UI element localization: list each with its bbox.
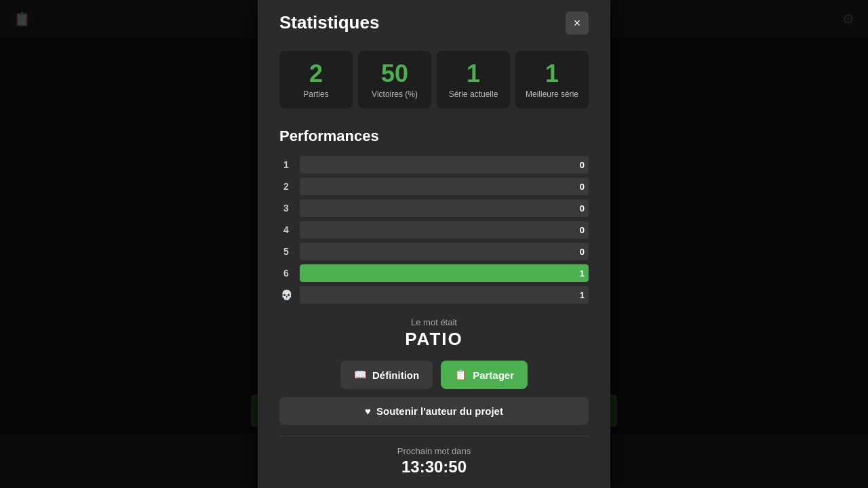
heart-icon: ♥ — [365, 405, 371, 417]
definition-label: Définition — [372, 369, 419, 381]
perf-row-1: 1 0 — [279, 156, 589, 174]
stat-box-victoires: 50 Victoires (%) — [358, 51, 431, 109]
stat-value-victoires: 50 — [365, 60, 425, 87]
perf-count-1: 0 — [580, 160, 585, 170]
skull-icon: 💀 — [279, 289, 293, 300]
perf-count-6: 1 — [580, 268, 585, 279]
stat-value-meilleure-serie: 1 — [522, 60, 582, 87]
perf-row-5: 5 0 — [279, 243, 589, 260]
perf-bar-fill-6 — [300, 264, 589, 282]
perf-label-2: 2 — [279, 181, 293, 192]
share-button[interactable]: 📋 Partager — [441, 361, 528, 389]
performances-title: Performances — [279, 127, 589, 145]
stat-value-serie-actuelle: 1 — [443, 60, 503, 87]
perf-label-6: 6 — [279, 268, 293, 279]
perf-label-1: 1 — [279, 159, 293, 170]
next-word-timer: 13:30:50 — [279, 458, 589, 476]
word-subtitle: Le mot était — [279, 317, 589, 327]
perf-label-5: 5 — [279, 246, 293, 257]
stats-row: 2 Parties 50 Victoires (%) 1 Série actue… — [279, 51, 589, 109]
perf-bar-skull: 1 — [300, 286, 589, 304]
perf-bar-2: 0 — [300, 178, 589, 195]
perf-bar-fill-skull — [300, 286, 444, 304]
modal-header: Statistiques × — [279, 12, 589, 35]
statistics-modal: Statistiques × 2 Parties 50 Victoires (%… — [258, 0, 610, 488]
perf-row-6: 6 1 — [279, 264, 589, 282]
stat-label-victoires: Victoires (%) — [365, 89, 425, 99]
perf-bar-3: 0 — [300, 199, 589, 217]
stat-box-meilleure-serie: 1 Meilleure série — [515, 51, 589, 109]
stat-label-parties: Parties — [286, 89, 346, 99]
word-value: PATIO — [279, 329, 589, 350]
perf-count-skull: 1 — [580, 290, 585, 300]
action-buttons: 📖 Définition 📋 Partager — [279, 361, 589, 389]
perf-bar-1: 0 — [300, 156, 589, 174]
perf-count-5: 0 — [580, 247, 585, 257]
perf-count-2: 0 — [580, 182, 585, 192]
perf-bar-6: 1 — [300, 264, 589, 282]
stat-label-serie-actuelle: Série actuelle — [443, 89, 503, 99]
perf-bar-5: 0 — [300, 243, 589, 260]
perf-row-skull: 💀 1 — [279, 286, 589, 304]
perf-count-3: 0 — [580, 203, 585, 214]
support-label: Soutenir l'auteur du projet — [376, 405, 503, 417]
stat-value-parties: 2 — [286, 60, 346, 87]
perf-row-3: 3 0 — [279, 199, 589, 217]
perf-label-3: 3 — [279, 203, 293, 214]
perf-count-4: 0 — [580, 225, 585, 235]
stat-box-parties: 2 Parties — [279, 51, 353, 109]
stat-label-meilleure-serie: Meilleure série — [522, 89, 582, 99]
modal-backdrop: Statistiques × 2 Parties 50 Victoires (%… — [0, 0, 868, 488]
share-icon: 📋 — [454, 369, 467, 381]
next-word-section: Prochain mot dans 13:30:50 — [279, 436, 589, 476]
perf-row-4: 4 0 — [279, 221, 589, 239]
share-label: Partager — [473, 369, 514, 381]
close-button[interactable]: × — [566, 12, 589, 35]
next-word-label: Prochain mot dans — [279, 446, 589, 456]
modal-title: Statistiques — [279, 12, 379, 33]
stat-box-serie-actuelle: 1 Série actuelle — [437, 51, 510, 109]
definition-button[interactable]: 📖 Définition — [340, 361, 433, 389]
perf-bar-4: 0 — [300, 221, 589, 239]
support-button[interactable]: ♥ Soutenir l'auteur du projet — [279, 397, 589, 425]
word-section: Le mot était PATIO — [279, 317, 589, 350]
book-icon: 📖 — [354, 369, 367, 381]
perf-row-2: 2 0 — [279, 178, 589, 195]
perf-label-4: 4 — [279, 224, 293, 235]
